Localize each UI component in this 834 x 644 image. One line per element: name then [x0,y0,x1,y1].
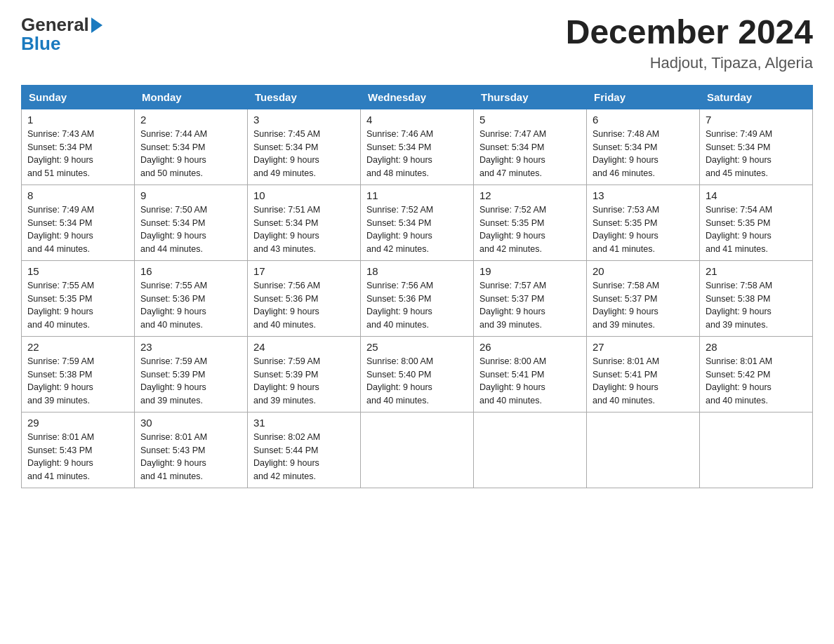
calendar-cell: 1Sunrise: 7:43 AM Sunset: 5:34 PM Daylig… [22,109,135,185]
calendar-cell: 29Sunrise: 8:01 AM Sunset: 5:43 PM Dayli… [22,412,135,488]
day-number: 21 [706,265,807,277]
day-info: Sunrise: 7:45 AM Sunset: 5:34 PM Dayligh… [253,128,355,180]
calendar-week-row: 15Sunrise: 7:55 AM Sunset: 5:35 PM Dayli… [22,260,813,336]
calendar-cell: 16Sunrise: 7:55 AM Sunset: 5:36 PM Dayli… [135,260,248,336]
day-number: 15 [27,265,128,277]
day-number: 2 [140,114,241,126]
calendar-week-row: 29Sunrise: 8:01 AM Sunset: 5:43 PM Dayli… [22,412,813,488]
day-info: Sunrise: 7:59 AM Sunset: 5:39 PM Dayligh… [253,355,355,408]
col-tuesday: Tuesday [248,85,361,109]
day-number: 26 [479,341,581,353]
day-number: 4 [366,114,468,126]
calendar-cell: 24Sunrise: 7:59 AM Sunset: 5:39 PM Dayli… [248,336,361,412]
calendar-cell: 7Sunrise: 7:49 AM Sunset: 5:34 PM Daylig… [700,109,813,185]
calendar-cell: 11Sunrise: 7:52 AM Sunset: 5:34 PM Dayli… [361,185,474,260]
day-number: 30 [140,417,241,429]
day-number: 5 [479,114,581,126]
logo-triangle-icon [91,18,102,33]
day-info: Sunrise: 7:43 AM Sunset: 5:34 PM Dayligh… [27,128,128,180]
day-number: 28 [706,341,807,353]
day-info: Sunrise: 7:46 AM Sunset: 5:34 PM Dayligh… [366,128,468,180]
calendar-cell: 8Sunrise: 7:49 AM Sunset: 5:34 PM Daylig… [22,185,135,260]
day-number: 19 [479,265,581,277]
day-info: Sunrise: 7:49 AM Sunset: 5:34 PM Dayligh… [27,203,128,256]
calendar-cell: 26Sunrise: 8:00 AM Sunset: 5:41 PM Dayli… [474,336,587,412]
calendar-cell: 31Sunrise: 8:02 AM Sunset: 5:44 PM Dayli… [248,412,361,488]
calendar-cell: 9Sunrise: 7:50 AM Sunset: 5:34 PM Daylig… [135,185,248,260]
day-info: Sunrise: 7:55 AM Sunset: 5:36 PM Dayligh… [140,279,241,332]
calendar-week-row: 22Sunrise: 7:59 AM Sunset: 5:38 PM Dayli… [22,336,813,412]
calendar-cell [587,412,700,488]
day-number: 31 [253,417,355,429]
calendar-week-row: 8Sunrise: 7:49 AM Sunset: 5:34 PM Daylig… [22,185,813,260]
calendar-cell [700,412,813,488]
calendar-cell: 4Sunrise: 7:46 AM Sunset: 5:34 PM Daylig… [361,109,474,185]
day-number: 24 [253,341,355,353]
day-info: Sunrise: 7:58 AM Sunset: 5:37 PM Dayligh… [593,279,694,332]
day-info: Sunrise: 7:54 AM Sunset: 5:35 PM Dayligh… [706,203,807,256]
calendar-cell: 20Sunrise: 7:58 AM Sunset: 5:37 PM Dayli… [587,260,700,336]
day-number: 3 [253,114,355,126]
day-number: 27 [593,341,694,353]
day-number: 22 [27,341,128,353]
col-saturday: Saturday [700,85,813,109]
day-number: 29 [27,417,128,429]
calendar-cell: 2Sunrise: 7:44 AM Sunset: 5:34 PM Daylig… [135,109,248,185]
day-number: 7 [706,114,807,126]
page-header: General Blue December 2024 Hadjout, Tipa… [21,14,813,72]
calendar-cell: 30Sunrise: 8:01 AM Sunset: 5:43 PM Dayli… [135,412,248,488]
day-number: 1 [27,114,128,126]
calendar-cell: 28Sunrise: 8:01 AM Sunset: 5:42 PM Dayli… [700,336,813,412]
day-info: Sunrise: 8:02 AM Sunset: 5:44 PM Dayligh… [253,431,355,483]
day-number: 20 [593,265,694,277]
logo: General Blue [21,14,102,55]
day-info: Sunrise: 7:59 AM Sunset: 5:38 PM Dayligh… [27,355,128,408]
day-number: 14 [706,189,807,201]
col-friday: Friday [587,85,700,109]
day-number: 25 [366,341,468,353]
calendar-cell: 23Sunrise: 7:59 AM Sunset: 5:39 PM Dayli… [135,336,248,412]
day-number: 23 [140,341,241,353]
calendar-week-row: 1Sunrise: 7:43 AM Sunset: 5:34 PM Daylig… [22,109,813,185]
day-number: 6 [593,114,694,126]
day-number: 10 [253,189,355,201]
calendar-cell: 10Sunrise: 7:51 AM Sunset: 5:34 PM Dayli… [248,185,361,260]
day-info: Sunrise: 7:56 AM Sunset: 5:36 PM Dayligh… [253,279,355,332]
day-info: Sunrise: 7:59 AM Sunset: 5:39 PM Dayligh… [140,355,241,408]
day-info: Sunrise: 8:01 AM Sunset: 5:43 PM Dayligh… [140,431,241,483]
col-wednesday: Wednesday [361,85,474,109]
calendar-cell: 6Sunrise: 7:48 AM Sunset: 5:34 PM Daylig… [587,109,700,185]
calendar-cell [474,412,587,488]
calendar-cell: 13Sunrise: 7:53 AM Sunset: 5:35 PM Dayli… [587,185,700,260]
day-info: Sunrise: 7:52 AM Sunset: 5:35 PM Dayligh… [479,203,581,256]
calendar-cell: 5Sunrise: 7:47 AM Sunset: 5:34 PM Daylig… [474,109,587,185]
calendar-cell: 12Sunrise: 7:52 AM Sunset: 5:35 PM Dayli… [474,185,587,260]
day-info: Sunrise: 8:01 AM Sunset: 5:41 PM Dayligh… [593,355,694,408]
day-info: Sunrise: 7:51 AM Sunset: 5:34 PM Dayligh… [253,203,355,256]
calendar-cell [361,412,474,488]
day-info: Sunrise: 8:00 AM Sunset: 5:40 PM Dayligh… [366,355,468,408]
calendar-header: Sunday Monday Tuesday Wednesday Thursday… [22,85,813,109]
day-number: 13 [593,189,694,201]
calendar-body: 1Sunrise: 7:43 AM Sunset: 5:34 PM Daylig… [22,109,813,488]
day-number: 18 [366,265,468,277]
col-monday: Monday [135,85,248,109]
day-info: Sunrise: 7:56 AM Sunset: 5:36 PM Dayligh… [366,279,468,332]
calendar-cell: 27Sunrise: 8:01 AM Sunset: 5:41 PM Dayli… [587,336,700,412]
day-info: Sunrise: 7:52 AM Sunset: 5:34 PM Dayligh… [366,203,468,256]
day-info: Sunrise: 7:48 AM Sunset: 5:34 PM Dayligh… [593,128,694,180]
calendar-cell: 17Sunrise: 7:56 AM Sunset: 5:36 PM Dayli… [248,260,361,336]
header-row: Sunday Monday Tuesday Wednesday Thursday… [22,85,813,109]
calendar-cell: 25Sunrise: 8:00 AM Sunset: 5:40 PM Dayli… [361,336,474,412]
logo-blue-text: Blue [21,33,60,55]
day-number: 8 [27,189,128,201]
month-title: December 2024 [566,14,813,51]
calendar-cell: 3Sunrise: 7:45 AM Sunset: 5:34 PM Daylig… [248,109,361,185]
calendar-cell: 19Sunrise: 7:57 AM Sunset: 5:37 PM Dayli… [474,260,587,336]
day-info: Sunrise: 7:53 AM Sunset: 5:35 PM Dayligh… [593,203,694,256]
col-sunday: Sunday [22,85,135,109]
day-number: 9 [140,189,241,201]
day-info: Sunrise: 8:01 AM Sunset: 5:42 PM Dayligh… [706,355,807,408]
day-info: Sunrise: 8:00 AM Sunset: 5:41 PM Dayligh… [479,355,581,408]
title-section: December 2024 Hadjout, Tipaza, Algeria [566,14,813,72]
